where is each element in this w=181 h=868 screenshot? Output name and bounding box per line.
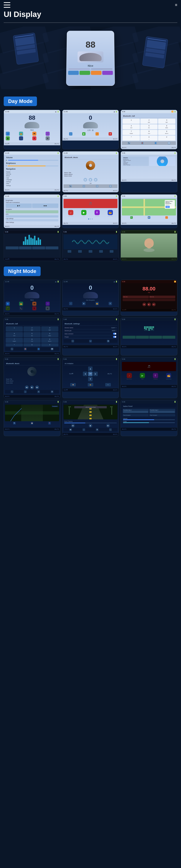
key-2[interactable]: 2ABC [140,119,158,124]
app-icon[interactable]: 📻 [19,302,23,306]
search-icon[interactable]: 🔍 [130,216,133,219]
app-icon[interactable]: 📱 [6,306,10,310]
key-5[interactable]: 5JKL [23,332,41,337]
nav-icon[interactable]: ≡ [175,3,177,7]
music-icon[interactable]: ♪ [24,391,27,393]
phone-icon[interactable]: 📞 [11,391,13,393]
contacts-icon[interactable]: 👤 [154,142,157,145]
prev-btn[interactable]: ⏮ [83,178,87,182]
night-bt-settings-header: 1:48 🔋 [62,318,119,321]
key-9[interactable]: 9WXYZ [41,338,58,343]
key-6[interactable]: 6MNO [41,332,58,337]
carplay-app-audio[interactable]: 📻 Audiomack [104,210,117,217]
carplay-app-podcast[interactable]: 🎙 Podcast [91,210,103,217]
app-icon[interactable]: 🎵 [46,132,50,136]
night-bt-music-body: Bluetooth_Music Music TitleMusic AlbumMu… [4,361,60,395]
next-btn[interactable]: ⏭ [106,424,110,428]
settings-icon[interactable]: ⚙ [109,185,112,187]
app-icon[interactable]: 📞 [19,136,23,140]
day-mode-section: Day Mode 11:46 ☁ 🔋 88 Nice 🔵 📻 🗺 🎵 📱 📞 [0,95,181,265]
contacts-icon[interactable]: 👤 [37,348,40,350]
carplay-app-audio[interactable]: 📻 Audiomack [162,373,175,379]
music-icon[interactable]: ♪ [82,428,85,431]
carplay-app-nete[interactable]: ♪ Nete Music [64,210,77,217]
volume-track[interactable] [8,160,58,161]
key-7[interactable]: 7PQRS [6,338,23,343]
settings-icon[interactable]: ⚙ [107,340,109,342]
app-icon[interactable]: 📻 [19,132,23,136]
settings-icon[interactable]: ⚙ [51,391,53,393]
settings-icon[interactable]: ⚙ [96,428,99,431]
day-nav-footer: 35.2°C 35.2°C [4,225,60,228]
music-icon[interactable]: ♪ [82,185,85,187]
app-icon[interactable]: 📱 [6,136,10,140]
key-0[interactable]: 0+ [140,135,158,141]
key-hash[interactable]: # [41,343,58,346]
map-icon[interactable]: 🗺 [69,428,72,431]
app-icon[interactable]: 🎙 [32,306,36,310]
app-icon[interactable]: 🗺 [32,302,36,306]
go-button[interactable]: GO [165,206,170,208]
next-btn[interactable]: ⏭ [94,178,98,182]
key-star[interactable]: * [6,343,23,346]
carplay-app-podcast[interactable]: 🎙 Podcast [149,373,162,379]
day-bt-music-body: Bluetooth_Music Music TitleMusic AlbumMu… [62,155,119,189]
key-3[interactable]: 3DEF [158,119,175,124]
key-2[interactable]: 2ABC [23,327,41,332]
phone-icon[interactable]: 📞 [128,142,130,145]
music-icon[interactable]: ♪ [89,340,92,342]
auto-connect-toggle[interactable] [113,333,117,335]
app-icon[interactable]: 📞 [19,306,23,310]
app-icon[interactable]: 🔵 [6,302,10,306]
key-4[interactable]: 4GHI [6,332,23,337]
brightness-track[interactable] [7,165,58,166]
keypad-icon[interactable]: ⌨ [51,348,53,350]
search-icon[interactable]: 🔍 [13,422,16,425]
key-9[interactable]: 9WXYZ [158,130,175,135]
keypad-icon[interactable]: ⌨ [168,142,170,145]
play-btn[interactable]: ▶ [89,178,92,182]
key-4[interactable]: 4GHI [123,124,140,129]
app-icon[interactable]: 🎵 [46,302,50,306]
key-8[interactable]: 8TUV [140,130,158,135]
phone-icon[interactable]: 📞 [72,340,74,342]
day-radio-card: 5:36 🔋 Volume Brightness Steering Wheel … [121,151,177,192]
route-icon[interactable]: 📍 [48,422,51,425]
info-icon[interactable]: ℹ [37,391,40,393]
info-icon[interactable]: ℹ [96,185,99,187]
key-8[interactable]: 8TUV [23,338,41,343]
menu-button[interactable] [4,2,10,8]
power-toggle[interactable] [113,336,117,338]
hero-right-device [142,36,168,68]
key-5[interactable]: 5JKL [140,124,158,129]
key-7[interactable]: 7PQRS [123,130,140,135]
key-1[interactable]: 1 [6,327,23,332]
phone-icon[interactable]: 📞 [109,428,112,431]
app-icon[interactable]: 🎙 [32,136,36,140]
mute-icon[interactable]: 🔇 [24,348,27,350]
play-btn[interactable]: ▶ [30,385,34,389]
key-1[interactable]: 1 [123,119,140,124]
carplay-app-nete[interactable]: ♪ Nete Music [123,373,135,379]
app-icon[interactable]: ⚙ [46,136,50,140]
mute-icon[interactable]: 🔇 [141,142,144,145]
home-icon[interactable]: 🏠 [31,422,33,425]
route-icon[interactable]: 📍 [165,216,168,219]
app-icon[interactable]: ⚙ [46,306,50,310]
carplay-app-iqiyi[interactable]: ▶ iQiyi [136,373,149,379]
app-icon[interactable]: 🗺 [32,132,36,136]
app-icon[interactable]: 🔵 [6,132,10,136]
home-icon[interactable]: 🏠 [148,216,150,219]
prev-btn[interactable]: ⏮ [25,385,29,389]
phone-icon[interactable]: 📞 [11,348,13,350]
carplay-app-iqiyi[interactable]: ▶ iQiyi [78,210,90,217]
key-hash[interactable]: # [158,135,175,141]
key-0[interactable]: 0 [23,343,41,346]
next-btn[interactable]: ⏭ [35,385,39,389]
phone-icon[interactable]: 📞 [69,185,72,187]
key-star[interactable]: * [123,135,140,141]
prev-btn[interactable]: ⏮ [71,424,75,428]
key-6[interactable]: 6MNO [158,124,175,129]
key-3[interactable]: 3DEF [41,327,58,332]
play-btn[interactable]: ▶ [89,424,92,428]
